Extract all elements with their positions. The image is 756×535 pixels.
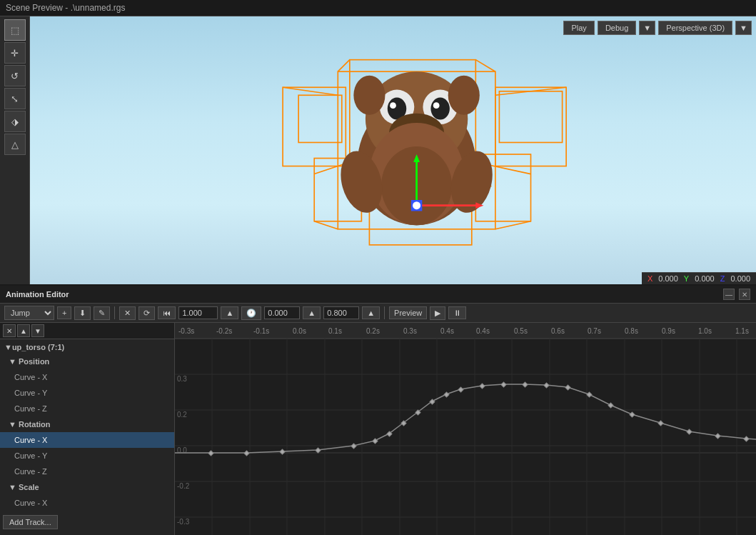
debug-button[interactable]: Debug [598, 21, 636, 35]
left-toolbar: ⬚ ✛ ↺ ⤡ ⬗ △ [0, 16, 30, 284]
curve-editor[interactable]: -0.3s -0.2s -0.1s 0.0s 0.1s 0.2s 0.3s 0.… [175, 323, 756, 535]
svg-point-29 [397, 134, 436, 153]
anim-title-bar: Animation Editor — ✕ [0, 286, 756, 304]
svg-line-10 [283, 87, 338, 95]
prev-frame-btn[interactable]: ⏮ [158, 306, 176, 319]
jump-select[interactable]: Jump [4, 306, 54, 320]
rotate-tool-btn[interactable]: ↺ [4, 65, 26, 86]
scale-tool-btn[interactable]: ⤡ [4, 88, 26, 109]
svg-marker-37 [413, 154, 420, 162]
svg-text:1.0s: 1.0s [698, 327, 712, 335]
svg-point-21 [380, 90, 415, 125]
track-up-btn[interactable]: ▲ [17, 324, 30, 337]
svg-rect-89 [244, 451, 249, 456]
time-input[interactable]: 0.000 [264, 306, 300, 319]
position-curve-z[interactable]: Curve - Z [0, 401, 174, 416]
end-time-up-btn[interactable]: ▲ [362, 306, 380, 319]
position-subgroup[interactable]: ▼ Position [0, 354, 174, 369]
svg-text:0.0s: 0.0s [293, 327, 306, 335]
add-keyframe-btn[interactable]: + [57, 306, 71, 319]
anim-toolbar: Jump + ⬇ ✎ ✕ ⟳ ⏮ 1.000 ▲ 🕐 0.000 ▲ 0.800… [0, 304, 756, 323]
svg-point-23 [388, 98, 406, 120]
animation-editor: Animation Editor — ✕ Jump + ⬇ ✎ ✕ ⟳ ⏮ 1.… [0, 284, 756, 535]
svg-line-6 [338, 60, 350, 72]
end-time-input[interactable]: 0.800 [323, 306, 359, 319]
rotation-curve-x[interactable]: Curve - X [0, 432, 174, 448]
svg-rect-104 [565, 385, 570, 390]
window-title: Scene Preview - .\unnamed.rgs [6, 3, 125, 13]
edit-btn[interactable]: ✎ [94, 306, 110, 320]
rotation-curve-z[interactable]: Curve - Z [0, 464, 174, 479]
coord-y-label: Y [684, 274, 689, 283]
transform-tool-btn[interactable]: ⬗ [4, 111, 26, 132]
up-torso-group: ▼ up_torso (7:1) ▼ Position Curve - X Cu… [0, 339, 174, 512]
svg-text:0.9s: 0.9s [662, 327, 675, 335]
svg-text:0.4s: 0.4s [476, 327, 490, 335]
viewport-section: ⬚ ✛ ↺ ⤡ ⬗ △ Play Debug ▼ Perspective (3D… [0, 16, 756, 284]
coord-z-label: Z [720, 274, 725, 283]
svg-point-26 [433, 102, 440, 109]
svg-rect-111 [744, 436, 749, 441]
export-btn[interactable]: ⬇ [74, 306, 91, 320]
scale-curve-x[interactable]: Curve - X [0, 495, 174, 511]
svg-point-19 [358, 99, 475, 225]
curve-editor-svg: -0.3s -0.2s -0.1s 0.0s 0.1s 0.2s 0.3s 0.… [175, 323, 756, 535]
loop-btn[interactable]: ⟳ [138, 306, 155, 320]
separator-1 [114, 306, 115, 319]
up-torso-label: up_torso (7:1) [12, 343, 64, 351]
svg-rect-3 [495, 87, 566, 166]
debug-dropdown-btn[interactable]: ▼ [639, 21, 655, 35]
delete-btn[interactable]: ✕ [119, 306, 136, 320]
svg-rect-103 [544, 383, 549, 388]
coord-y-value: 0.000 [695, 274, 715, 283]
coord-x-value: 0.000 [658, 274, 678, 283]
pause-anim-btn[interactable]: ⏸ [448, 306, 466, 319]
select-tool-btn[interactable]: ⬚ [4, 19, 26, 41]
svg-rect-16 [369, 198, 471, 245]
svg-line-18 [472, 186, 492, 198]
time-up-btn[interactable]: ▲ [303, 306, 321, 319]
svg-point-22 [423, 90, 458, 125]
anim-editor-title: Animation Editor [6, 290, 69, 299]
speed-input[interactable]: 1.000 [178, 306, 218, 319]
speed-up-btn[interactable]: ▲ [221, 306, 238, 319]
svg-rect-40 [411, 200, 422, 211]
perspective-button[interactable]: Perspective (3D) [658, 21, 732, 35]
svg-point-27 [389, 114, 444, 153]
play-button[interactable]: Play [563, 21, 594, 35]
svg-text:0.8s: 0.8s [625, 327, 638, 335]
track-down-btn[interactable]: ▼ [31, 324, 44, 337]
scale-subgroup[interactable]: ▼ Scale [0, 479, 174, 495]
svg-rect-0 [338, 71, 495, 229]
viewport-bg: Play Debug ▼ Perspective (3D) ▼ [30, 16, 756, 284]
viewport-canvas[interactable]: Play Debug ▼ Perspective (3D) ▼ [30, 16, 756, 284]
clock-btn[interactable]: 🕐 [241, 306, 261, 320]
coord-z-value: 0.000 [730, 274, 750, 283]
scene-viewport-svg [30, 16, 756, 284]
rotation-curve-y[interactable]: Curve - Y [0, 448, 174, 464]
svg-rect-90 [280, 449, 285, 454]
svg-text:-0.2: -0.2 [177, 482, 190, 490]
position-curve-y[interactable]: Curve - Y [0, 385, 174, 401]
svg-text:-0.1s: -0.1s [253, 327, 269, 335]
preview-btn[interactable]: Preview [389, 306, 427, 319]
svg-line-15 [475, 162, 530, 174]
track-close-btn[interactable]: ✕ [3, 324, 16, 337]
terrain-tool-btn[interactable]: △ [4, 134, 26, 155]
svg-point-20 [366, 71, 468, 166]
add-track-button[interactable]: Add Track... [3, 515, 58, 529]
minimize-button[interactable]: — [723, 289, 735, 300]
up-torso-header[interactable]: ▼ up_torso (7:1) [0, 341, 174, 354]
svg-text:0.2: 0.2 [177, 411, 187, 419]
position-curve-x[interactable]: Curve - X [0, 369, 174, 385]
move-tool-btn[interactable]: ✛ [4, 42, 26, 64]
close-button[interactable]: ✕ [739, 289, 750, 300]
perspective-dropdown-btn[interactable]: ▼ [735, 21, 752, 35]
play-anim-btn[interactable]: ▶ [430, 306, 445, 320]
svg-text:0.6s: 0.6s [551, 327, 565, 335]
rotation-subgroup[interactable]: ▼ Rotation [0, 416, 174, 432]
title-bar: Scene Preview - .\unnamed.rgs [0, 0, 756, 16]
svg-rect-100 [480, 384, 485, 389]
svg-point-31 [448, 76, 480, 115]
viewport-top-bar: Play Debug ▼ Perspective (3D) ▼ [563, 21, 752, 35]
